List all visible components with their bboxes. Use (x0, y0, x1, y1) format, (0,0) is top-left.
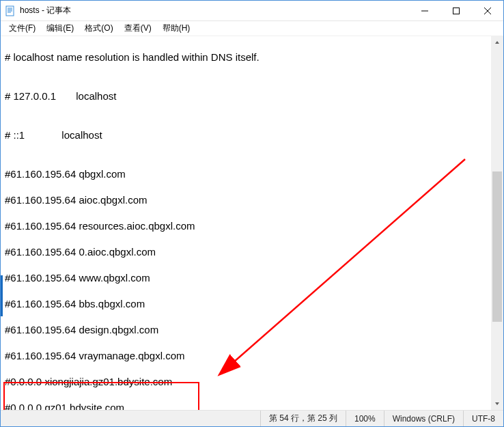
svg-marker-9 (495, 41, 499, 44)
maximize-button[interactable] (440, 1, 472, 20)
text-line: #0.0.0.0 gz01.bdysite.com (5, 401, 487, 410)
scroll-up-button[interactable] (491, 36, 503, 49)
status-line-ending: Windows (CRLF) (384, 411, 463, 426)
menu-help[interactable]: 帮助(H) (157, 21, 196, 36)
text-line: # 127.0.0.1 localhost (5, 89, 487, 102)
menu-edit[interactable]: 编辑(E) (41, 21, 79, 36)
text-line: # ::1 localhost (5, 128, 487, 141)
menubar: 文件(F) 编辑(E) 格式(O) 查看(V) 帮助(H) (1, 21, 503, 36)
notepad-icon (5, 5, 16, 16)
text-line: #61.160.195.64 design.qbgxl.com (5, 323, 487, 336)
window-title: hosts - 记事本 (20, 5, 409, 16)
notepad-window: hosts - 记事本 文件(F) 编辑(E) 格式(O) 查看(V) 帮助(H… (0, 0, 504, 427)
text-line: #61.160.195.64 www.qbgxl.com (5, 271, 487, 284)
text-line: #61.160.195.64 vraymanage.qbgxl.com (5, 349, 487, 362)
text-line: #61.160.195.64 bbs.qbgxl.com (5, 297, 487, 310)
scroll-down-button[interactable] (491, 398, 503, 410)
text-line: #61.160.195.64 resources.aioc.qbgxl.com (5, 219, 487, 232)
minimize-button[interactable] (409, 1, 440, 20)
scroll-track[interactable] (491, 49, 503, 398)
selection-indicator (1, 275, 3, 316)
text-line: # localhost name resolution is handled w… (5, 51, 487, 64)
vertical-scrollbar[interactable] (491, 36, 503, 410)
svg-marker-10 (495, 402, 499, 405)
text-line: #61.160.195.64 0.aioc.qbgxl.com (5, 245, 487, 258)
menu-format[interactable]: 格式(O) (79, 21, 118, 36)
text-line: #0.0.0.0 xiongjiajia.gz01.bdysite.com (5, 375, 487, 388)
text-line: #61.160.195.64 aioc.qbgxl.com (5, 193, 487, 206)
window-controls (409, 1, 503, 20)
text-editor[interactable]: # localhost name resolution is handled w… (1, 36, 491, 410)
status-encoding: UTF-8 (463, 411, 503, 426)
titlebar: hosts - 记事本 (1, 1, 503, 21)
status-zoom: 100% (346, 411, 384, 426)
statusbar: 第 54 行，第 25 列 100% Windows (CRLF) UTF-8 (1, 410, 503, 426)
editor-wrap: # localhost name resolution is handled w… (1, 36, 503, 410)
close-button[interactable] (472, 1, 503, 20)
menu-file[interactable]: 文件(F) (3, 21, 41, 36)
scroll-thumb[interactable] (492, 171, 502, 322)
text-line: #61.160.195.64 qbgxl.com (5, 167, 487, 180)
menu-view[interactable]: 查看(V) (119, 21, 157, 36)
status-position: 第 54 行，第 25 列 (260, 411, 346, 426)
svg-rect-6 (453, 8, 460, 14)
